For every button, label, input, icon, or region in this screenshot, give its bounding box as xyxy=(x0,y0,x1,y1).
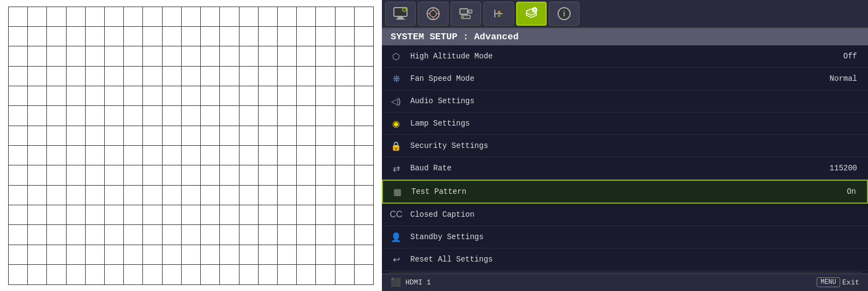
grid-cell xyxy=(28,186,47,205)
menu-button[interactable]: MENU xyxy=(817,277,840,287)
grid-cell xyxy=(67,27,86,46)
grid-cell xyxy=(240,7,259,27)
menu-item-test-pattern[interactable]: ▦Test PatternOn xyxy=(382,180,868,204)
grid-cell xyxy=(143,205,162,225)
grid-cell xyxy=(47,67,66,86)
grid-cell xyxy=(105,165,124,185)
toolbar-btn-image[interactable] xyxy=(418,2,448,26)
grid-cell xyxy=(86,46,105,66)
grid-cell xyxy=(124,46,143,66)
svg-point-4 xyxy=(403,9,405,11)
grid-cell xyxy=(182,186,201,205)
toolbar-btn-setup[interactable] xyxy=(483,2,514,26)
grid-cell xyxy=(9,165,28,185)
grid-cell xyxy=(9,7,28,27)
toolbar-btn-advanced[interactable]: + xyxy=(516,2,547,26)
grid-cell xyxy=(220,46,239,66)
grid-cell xyxy=(67,186,86,205)
grid-cell xyxy=(143,46,162,66)
grid-cell xyxy=(278,205,297,225)
menu-label-security: Security Settings xyxy=(410,141,861,150)
toolbar-btn-display[interactable] xyxy=(385,2,416,26)
grid-cell xyxy=(86,225,105,245)
grid-cell xyxy=(9,146,28,165)
grid-cell xyxy=(278,67,297,86)
toolbar-btn-source[interactable] xyxy=(451,2,481,26)
grid-cell xyxy=(316,225,335,245)
menu-item-standby[interactable]: 👤Standby Settings xyxy=(382,226,868,248)
grid-cell xyxy=(240,46,259,66)
grid-cell xyxy=(355,165,374,185)
test-pattern-grid xyxy=(8,7,374,285)
menu-label-lamp: Lamp Settings xyxy=(410,119,861,128)
menu-item-lamp[interactable]: ◉Lamp Settings xyxy=(382,112,868,135)
grid-cell xyxy=(240,245,259,265)
grid-cell xyxy=(240,106,259,126)
grid-cell xyxy=(9,265,28,284)
grid-cell xyxy=(240,225,259,245)
grid-cell xyxy=(105,265,124,284)
title-bar: SYSTEM SETUP : Advanced xyxy=(382,28,868,45)
grid-cell xyxy=(336,27,355,46)
grid-cell xyxy=(278,245,297,265)
grid-cell xyxy=(240,67,259,86)
grid-cell xyxy=(124,146,143,165)
grid-cell xyxy=(28,245,47,265)
menu-icon-lamp: ◉ xyxy=(388,116,404,131)
grid-cell xyxy=(47,186,66,205)
grid-cell xyxy=(9,27,28,46)
grid-cell xyxy=(86,186,105,205)
menu-item-audio[interactable]: ◁)Audio Settings xyxy=(382,90,868,112)
grid-cell xyxy=(316,146,335,165)
grid-cell xyxy=(220,27,239,46)
grid-cell xyxy=(220,265,239,284)
grid-cell xyxy=(259,245,278,265)
grid-cell xyxy=(297,67,316,86)
grid-cell xyxy=(9,46,28,66)
grid-cell xyxy=(182,165,201,185)
menu-item-security[interactable]: 🔒Security Settings xyxy=(382,135,868,157)
grid-cell xyxy=(9,245,28,265)
grid-cell xyxy=(67,46,86,66)
menu-label-test-pattern: Test Pattern xyxy=(411,187,847,196)
grid-cell xyxy=(105,46,124,66)
menu-label-audio: Audio Settings xyxy=(410,97,861,105)
grid-cell xyxy=(240,86,259,106)
grid-cell xyxy=(201,245,220,265)
grid-cell xyxy=(278,27,297,46)
grid-cell xyxy=(259,165,278,185)
grid-cell xyxy=(47,7,66,27)
menu-item-fan-speed[interactable]: ❊Fan Speed ModeNormal xyxy=(382,68,868,90)
grid-cell xyxy=(9,205,28,225)
menu-item-closed-caption[interactable]: CCClosed Caption xyxy=(382,204,868,226)
grid-cell xyxy=(47,225,66,245)
menu-item-baud-rate[interactable]: ⇄Baud Rate115200 xyxy=(382,157,868,180)
grid-cell xyxy=(316,265,335,284)
grid-cell xyxy=(47,126,66,146)
menu-label-reset: Reset All Settings xyxy=(410,255,861,264)
grid-cell xyxy=(259,265,278,284)
menu-item-reset[interactable]: ↩Reset All Settings xyxy=(382,248,868,271)
grid-cell xyxy=(143,165,162,185)
grid-cell xyxy=(297,86,316,106)
toolbar-btn-info[interactable]: i xyxy=(549,2,579,26)
grid-cell xyxy=(220,146,239,165)
grid-cell xyxy=(201,165,220,185)
grid-cell xyxy=(143,146,162,165)
grid-cell xyxy=(355,67,374,86)
grid-cell xyxy=(86,146,105,165)
grid-cell xyxy=(67,7,86,27)
grid-cell xyxy=(182,106,201,126)
grid-cell xyxy=(278,86,297,106)
grid-cell xyxy=(67,146,86,165)
grid-cell xyxy=(355,225,374,245)
menu-item-high-altitude[interactable]: ⬡High Altitude ModeOff xyxy=(382,45,868,68)
grid-cell xyxy=(316,205,335,225)
grid-cell xyxy=(316,86,335,106)
exit-label[interactable]: Exit xyxy=(842,278,859,287)
grid-cell xyxy=(67,86,86,106)
grid-cell xyxy=(220,7,239,27)
grid-cell xyxy=(143,186,162,205)
grid-cell xyxy=(28,46,47,66)
grid-cell xyxy=(297,225,316,245)
